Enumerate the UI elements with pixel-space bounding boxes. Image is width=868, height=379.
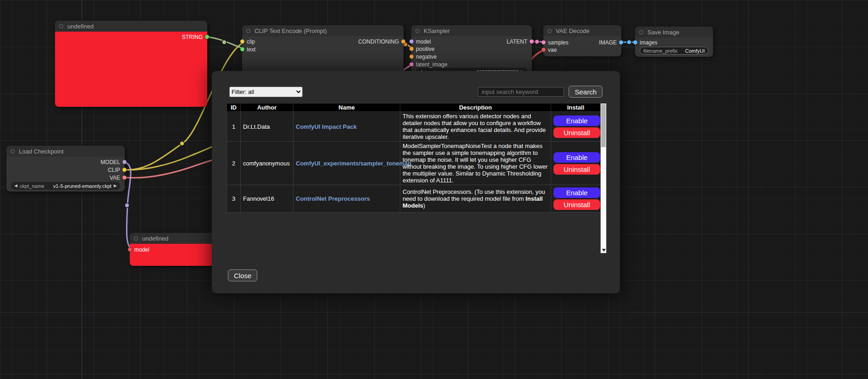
author-cell: comfyanonymous xyxy=(241,142,293,185)
uninstall-button[interactable]: Uninstall xyxy=(553,127,600,138)
widget-value: v1-5-pruned-emaonly.ckpt xyxy=(53,183,111,189)
output-slot-string[interactable] xyxy=(205,35,209,39)
input-label: model xyxy=(416,38,431,45)
node-title: CLIP Text Encode (Prompt) xyxy=(254,27,327,34)
collapse-dot-icon[interactable] xyxy=(547,29,552,33)
column-header-author: Author xyxy=(241,104,293,112)
input-slot-negative[interactable] xyxy=(409,55,414,59)
input-label: latent_image xyxy=(416,61,448,68)
custom-nodes-dialog: Filter: all Search ID Author Name De xyxy=(212,71,620,293)
node-title: Load Checkpoint xyxy=(19,148,64,155)
install-cell: Enable Uninstall xyxy=(551,112,601,142)
author-cell: Fannovel16 xyxy=(241,185,293,213)
scrollbar[interactable] xyxy=(600,103,607,253)
input-label: vae xyxy=(548,47,557,53)
output-slot-conditioning[interactable] xyxy=(401,39,405,44)
ckpt-name-widget[interactable]: ◀ ckpt_name v1-5-pruned-emaonly.ckpt ▶ xyxy=(11,182,120,190)
node-clip-text-encode[interactable]: CLIP Text Encode (Prompt) clip text COND… xyxy=(242,25,404,73)
description-end: ) xyxy=(423,202,425,209)
node-ksampler[interactable]: KSampler model positive negative latent_… xyxy=(411,25,532,77)
input-slot-images[interactable] xyxy=(633,40,637,44)
widget-value: ComfyUI xyxy=(685,48,705,54)
search-button[interactable]: Search xyxy=(569,86,603,98)
node-undefined-bottom[interactable]: undefined model xyxy=(130,233,217,266)
node-vae-decode[interactable]: VAE Decode samples vae IMAGE xyxy=(543,25,621,56)
table-row: 1 Dr.Lt.Data ComfyUI Impact Pack This ex… xyxy=(227,112,601,142)
node-title: undefined xyxy=(67,23,94,30)
enable-button[interactable]: Enable xyxy=(553,115,600,126)
node-load-checkpoint[interactable]: Load Checkpoint MODEL CLIP VAE ◀ ckpt_na… xyxy=(6,146,125,192)
enable-button[interactable]: Enable xyxy=(553,152,600,163)
output-slot-model[interactable] xyxy=(122,160,127,164)
output-label: STRING xyxy=(182,34,203,40)
extension-name-link[interactable]: ComfyUI Impact Pack xyxy=(296,123,357,130)
column-header-install: Install xyxy=(551,104,601,112)
close-button[interactable]: Close xyxy=(228,269,257,281)
uninstall-button[interactable]: Uninstall xyxy=(553,164,600,175)
output-slot-clip[interactable] xyxy=(122,168,127,172)
collapse-dot-icon[interactable] xyxy=(59,24,63,28)
link-dot xyxy=(535,39,539,44)
node-title: VAE Decode xyxy=(556,27,589,34)
input-slot-latent-image[interactable] xyxy=(409,62,414,66)
node-save-image[interactable]: Save Image images filename_prefix ComfyU… xyxy=(635,27,713,57)
graph-canvas[interactable]: undefined STRING CLIP Text Encode (Promp… xyxy=(0,0,868,379)
column-header-id: ID xyxy=(227,104,241,112)
column-header-description: Description xyxy=(400,104,551,112)
uninstall-button[interactable]: Uninstall xyxy=(553,199,600,210)
filename-prefix-widget[interactable]: filename_prefix ComfyUI xyxy=(640,47,708,55)
enable-button[interactable]: Enable xyxy=(553,187,600,198)
id-cell: 2 xyxy=(227,142,241,185)
description-cell: This extension offers various detector n… xyxy=(400,112,551,142)
input-slot-model[interactable] xyxy=(409,39,414,44)
output-slot-vae[interactable] xyxy=(122,176,127,180)
node-title: undefined xyxy=(142,235,168,242)
input-label: negative xyxy=(416,54,437,60)
extensions-table: ID Author Name Description Install 1 Dr.… xyxy=(227,103,601,213)
node-undefined-top[interactable]: undefined STRING xyxy=(55,21,207,107)
extensions-table-zone: ID Author Name Description Install 1 Dr.… xyxy=(227,103,607,253)
table-row: 2 comfyanonymous ComfyUI_experiments/sam… xyxy=(227,142,601,185)
table-row: 3 Fannovel16 ControlNet Preprocessors Co… xyxy=(227,185,601,213)
wire-vae-to-vae-decode xyxy=(123,159,217,178)
extension-name-link[interactable]: ComfyUI_experiments/sampler_tonemap xyxy=(296,160,411,167)
prev-arrow-icon[interactable]: ◀ xyxy=(14,184,17,188)
output-label: LATENT xyxy=(507,38,527,45)
wire-string-to-text xyxy=(205,37,245,49)
output-slot-image[interactable] xyxy=(619,40,623,44)
input-slot-clip[interactable] xyxy=(240,39,244,44)
id-cell: 3 xyxy=(227,185,241,213)
description-cell: ModelSamplerTonemapNoiseTest a node that… xyxy=(400,142,551,185)
next-arrow-icon[interactable]: ▶ xyxy=(114,184,117,188)
input-slot-positive[interactable] xyxy=(409,47,414,51)
collapse-dot-icon[interactable] xyxy=(246,29,250,33)
collapse-dot-icon[interactable] xyxy=(415,29,420,33)
description-text: ControlNet Preprocessors. (To use this e… xyxy=(403,188,545,202)
table-header-row: ID Author Name Description Install xyxy=(227,104,601,112)
extension-name-link[interactable]: ControlNet Preprocessors xyxy=(296,195,370,202)
wire-clip-branch xyxy=(123,145,216,170)
link-dot xyxy=(125,203,129,208)
input-slot-samples[interactable] xyxy=(542,40,546,44)
dialog-toolbar: Filter: all Search xyxy=(229,86,603,98)
missing-node-body xyxy=(55,32,207,107)
output-slot-latent[interactable] xyxy=(530,39,534,44)
widget-label: ckpt_name xyxy=(20,183,44,189)
input-slot-text[interactable] xyxy=(240,47,244,51)
collapse-dot-icon[interactable] xyxy=(134,236,138,241)
input-label: images xyxy=(640,39,658,46)
input-slot-model[interactable] xyxy=(128,247,132,252)
scrollbar-down-arrow-icon[interactable] xyxy=(602,249,606,252)
search-group: Search xyxy=(478,86,603,98)
collapse-dot-icon[interactable] xyxy=(11,149,15,154)
link-dot xyxy=(627,40,631,44)
scrollbar-thumb[interactable] xyxy=(601,104,606,147)
collapse-dot-icon[interactable] xyxy=(639,30,643,34)
node-title: KSampler xyxy=(424,27,450,34)
filter-select[interactable]: Filter: all xyxy=(229,87,303,97)
search-input[interactable] xyxy=(478,87,564,97)
output-label: CONDITIONING xyxy=(358,38,399,45)
grid-axis-horizontal xyxy=(0,312,868,313)
output-label: IMAGE xyxy=(599,39,617,46)
input-slot-vae[interactable] xyxy=(542,48,546,52)
